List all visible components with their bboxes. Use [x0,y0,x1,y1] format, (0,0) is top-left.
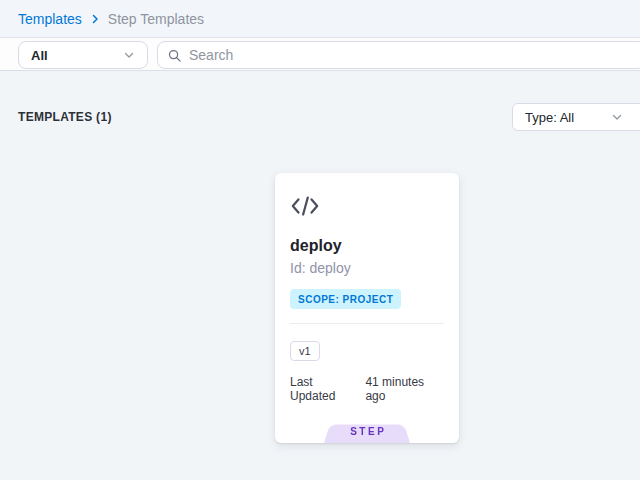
template-type-tag: STEP [324,421,410,443]
filter-toolbar: All [0,37,640,71]
last-updated-row: Last Updated 41 minutes ago [290,375,444,403]
breadcrumb-templates-link[interactable]: Templates [18,11,82,27]
template-title: deploy [290,237,444,255]
breadcrumb-current: Step Templates [108,11,204,27]
search-icon [167,48,182,63]
templates-count-heading: TEMPLATES (1) [18,110,112,124]
type-tag-label: STEP [324,426,410,437]
card-divider [290,323,444,324]
template-card-deploy[interactable]: deploy Id: deploy SCOPE: PROJECT v1 Last… [275,173,459,443]
code-icon [290,194,320,218]
scope-filter-dropdown[interactable]: All [18,41,148,69]
scope-badge: SCOPE: PROJECT [290,289,401,309]
chevron-right-icon [89,13,101,25]
step-templates-page: Templates Step Templates All TEMPLATES (… [0,0,640,480]
chevron-down-icon [611,111,623,123]
breadcrumb: Templates Step Templates [0,0,640,37]
type-filter-dropdown[interactable]: Type: All [512,103,640,131]
type-filter-value: Type: All [525,110,574,125]
last-updated-value: 41 minutes ago [365,375,444,403]
scope-filter-value: All [31,48,48,63]
templates-content: TEMPLATES (1) Type: All deploy Id: deplo… [0,72,640,480]
search-input[interactable] [189,47,636,63]
last-updated-label: Last Updated [290,375,358,403]
template-id: Id: deploy [290,260,444,276]
search-box [157,41,640,69]
chevron-down-icon [123,49,135,61]
version-chip: v1 [290,341,320,361]
